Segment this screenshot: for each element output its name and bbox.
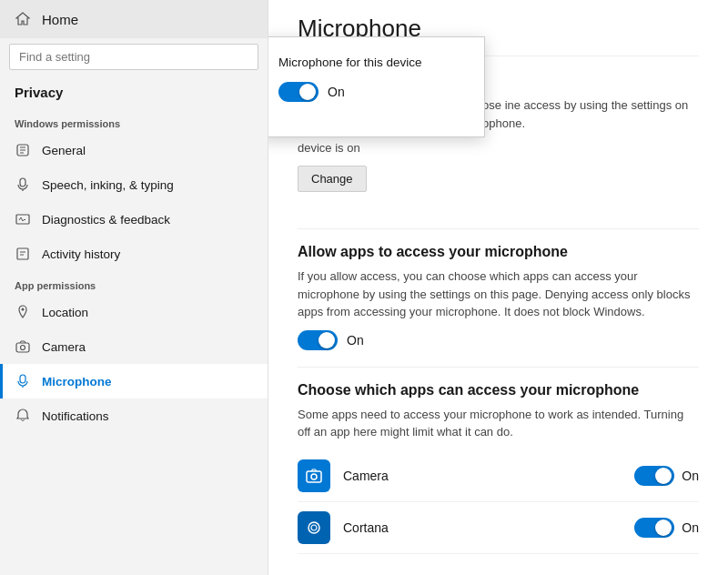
change-button[interactable]: Change [298,166,367,192]
allow-apps-toggle[interactable] [298,330,338,350]
microphone-device-popup: Microphone for this device On [268,36,485,137]
camera-toggle[interactable] [634,466,674,486]
device-on-text: device is on [298,141,699,155]
toggle-knob [299,84,316,100]
cortana-toggle-label: On [682,520,699,535]
sidebar-item-location[interactable]: Location [0,295,268,329]
windows-permissions-label: Windows permissions [0,109,268,133]
cortana-app-name: Cortana [343,520,634,535]
sidebar-item-speech[interactable]: Speech, inking, & typing [0,167,268,202]
sidebar-item-diagnostics[interactable]: Diagnostics & feedback [0,202,268,237]
svg-rect-13 [20,375,25,383]
sidebar-item-activity-label: Activity history [42,247,120,261]
toggle-knob [655,468,672,484]
sidebar-item-activity[interactable]: Activity history [0,237,268,271]
svg-point-17 [308,522,319,533]
toggle-knob [655,520,672,536]
app-item-cortana: Cortana On [298,502,699,554]
sidebar-item-diagnostics-label: Diagnostics & feedback [42,213,170,227]
allow-apps-toggle-label: On [347,333,364,348]
svg-point-18 [311,525,317,530]
toggle-knob [318,332,335,348]
notifications-icon [15,408,31,424]
svg-rect-11 [16,343,29,352]
cortana-toggle-area: On [634,518,699,538]
camera-toggle-area: On [634,466,699,486]
sidebar-item-microphone[interactable]: Microphone [0,364,268,398]
divider1 [298,228,699,229]
sidebar-item-general-label: General [42,144,86,157]
cortana-toggle[interactable] [634,518,674,538]
location-icon [15,304,31,320]
privacy-label: Privacy [0,79,268,109]
sidebar-item-notifications-label: Notifications [42,409,109,423]
search-input[interactable] [9,44,258,70]
popup-toggle[interactable] [278,82,318,102]
svg-point-16 [311,474,317,479]
microphone-sidebar-icon [15,373,31,389]
sidebar-item-speech-label: Speech, inking, & typing [42,178,174,192]
svg-rect-6 [16,215,29,224]
app-item-camera: Camera On [298,450,699,502]
section3-title: Choose which apps can access your microp… [298,382,699,398]
divider2 [298,367,699,368]
svg-rect-7 [17,248,28,259]
general-icon [15,142,31,158]
sidebar: Home Privacy Windows permissions General… [0,0,268,575]
sidebar-item-microphone-label: Microphone [42,375,112,388]
popup-toggle-label: On [328,85,345,99]
allow-apps-toggle-row: On [298,330,699,350]
sidebar-item-general[interactable]: General [0,133,268,167]
popup-toggle-row: On [278,82,466,102]
section2-title: Allow apps to access your microphone [298,244,699,260]
diagnostics-icon [15,211,31,227]
sidebar-home[interactable]: Home [0,0,268,38]
app-permissions-label: App permissions [0,271,268,295]
home-icon [15,11,31,27]
popup-title: Microphone for this device [278,55,466,69]
activity-icon [15,246,31,262]
camera-sidebar-icon [15,338,31,355]
svg-rect-4 [20,178,25,187]
section3-desc: Some apps need to access your microphone… [298,406,699,441]
svg-point-10 [22,308,25,311]
main-content: Microphone microphone on this device usi… [268,0,728,575]
sidebar-item-camera-label: Camera [42,340,86,354]
cortana-app-icon [298,511,330,544]
section2-desc: If you allow access, you can choose whic… [298,267,699,321]
home-label: Home [42,12,78,27]
sidebar-item-camera[interactable]: Camera [0,329,268,364]
camera-toggle-label: On [682,469,699,483]
sidebar-item-notifications[interactable]: Notifications [0,398,268,433]
svg-point-12 [21,346,25,350]
svg-rect-15 [307,471,321,482]
sidebar-item-location-label: Location [42,306,88,319]
speech-icon [15,177,31,193]
section-allow-apps: Allow apps to access your microphone If … [298,244,699,350]
section-choose-apps: Choose which apps can access your microp… [298,382,699,554]
camera-app-name: Camera [343,469,634,483]
camera-app-icon [298,459,330,492]
